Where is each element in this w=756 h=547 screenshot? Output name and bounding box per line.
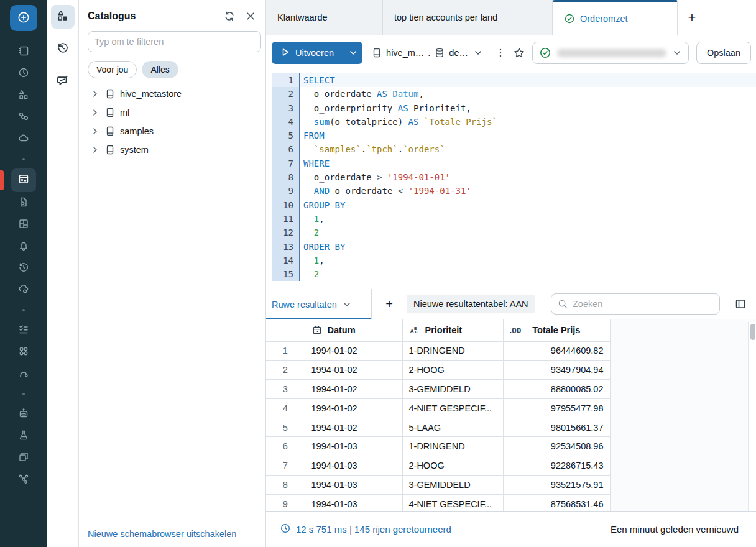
sidebar-item-workspace[interactable]: [11, 43, 36, 62]
table-cell-prio[interactable]: 4-NIET GESPECIF...: [402, 398, 503, 418]
column-header-datum[interactable]: Datum: [305, 319, 402, 341]
chevron-right-icon[interactable]: [90, 89, 100, 99]
table-cell-idx[interactable]: 4: [266, 398, 305, 418]
filter-chip-alles[interactable]: Alles: [142, 61, 178, 78]
editor-line[interactable]: 6 `samples`.`tpch`.`orders`: [272, 142, 756, 156]
sidebar-item-recents[interactable]: [11, 65, 36, 83]
sidebar-item-compute[interactable]: [11, 130, 36, 149]
editor-line[interactable]: 2 o_orderdate AS Datum,: [272, 87, 756, 101]
table-cell-idx[interactable]: 7: [266, 456, 305, 476]
table-cell-price[interactable]: 93521575.91: [503, 476, 610, 495]
table-cell-prio[interactable]: 3-GEMIDDELD: [402, 476, 503, 495]
table-cell-price[interactable]: 87568531.46: [503, 494, 610, 511]
table-cell-price[interactable]: 88800085.02: [503, 380, 610, 399]
sql-editor[interactable]: 1SELECT2 o_orderdate AS Datum,3 o_orderp…: [266, 70, 756, 289]
toggle-side-panel-button[interactable]: [731, 295, 750, 313]
editor-line[interactable]: 5FROM: [272, 129, 756, 142]
add-visualization-button[interactable]: +: [380, 295, 398, 313]
table-cell-idx[interactable]: 1: [266, 341, 305, 361]
table-cell-idx[interactable]: 6: [266, 437, 305, 456]
favorite-button[interactable]: [510, 44, 528, 62]
sidebar-item-pipelines[interactable]: [11, 365, 36, 384]
tab-top-tien-accounts[interactable]: top tien accounts per land: [383, 0, 553, 35]
table-cell-prio[interactable]: 2-HOOG: [402, 456, 503, 476]
table-row[interactable]: 71994-01-032-HOOG92286715.43: [266, 456, 610, 476]
chevron-right-icon[interactable]: [90, 145, 100, 155]
tab-klantwaarde[interactable]: Klantwaarde: [266, 0, 383, 35]
table-cell-date[interactable]: 1994-01-03: [305, 476, 402, 495]
sidebar-item-experiments[interactable]: [11, 427, 36, 446]
table-row[interactable]: 41994-01-024-NIET GESPECIF...97955477.98: [266, 398, 610, 418]
table-row[interactable]: 51994-01-025-LAAG98015661.37: [266, 418, 610, 437]
vertical-scrollbar[interactable]: [748, 322, 756, 511]
more-options-button[interactable]: [492, 44, 509, 62]
table-cell-idx[interactable]: 2: [266, 361, 305, 380]
sidebar-item-data-ingestion[interactable]: [11, 281, 36, 300]
sidebar-item-queries[interactable]: [11, 194, 36, 213]
sidebar-item-job-runs[interactable]: [11, 321, 36, 340]
table-cell-prio[interactable]: 1-DRINGEND: [402, 341, 503, 361]
table-cell-date[interactable]: 1994-01-03: [305, 494, 402, 511]
editor-line[interactable]: 13ORDER BY: [272, 240, 756, 254]
editor-line[interactable]: 4 sum(o_totalprice) AS `Totale Prijs`: [272, 115, 756, 129]
sidebar-item-marketplace[interactable]: [11, 471, 36, 489]
sidebar-item-models[interactable]: [11, 343, 36, 362]
table-cell-date[interactable]: 1994-01-02: [305, 341, 402, 361]
editor-line[interactable]: 1SELECT: [272, 73, 756, 87]
sidebar-item-apps[interactable]: [11, 449, 36, 467]
column-header-prioriteit[interactable]: ABc Prioriteit: [402, 319, 503, 341]
sidebar-item-workflows[interactable]: [11, 108, 36, 127]
table-cell-date[interactable]: 1994-01-03: [305, 456, 402, 476]
editor-line[interactable]: 7WHERE: [272, 157, 756, 170]
table-row[interactable]: 81994-01-033-GEMIDDELD93521575.91: [266, 476, 610, 495]
table-cell-date[interactable]: 1994-01-02: [305, 418, 402, 437]
editor-line[interactable]: 9 AND o_orderdate < '1994-01-31': [272, 184, 756, 198]
warehouse-selector[interactable]: [532, 42, 689, 64]
editor-line[interactable]: 3 o_orderpriority AS Prioriteit,: [272, 101, 756, 115]
table-cell-date[interactable]: 1994-01-02: [305, 361, 402, 380]
save-button[interactable]: Opslaan: [696, 42, 751, 64]
editor-line[interactable]: 14 1,: [272, 254, 756, 267]
table-row[interactable]: 31994-01-023-GEMIDDELD88800085.02: [266, 380, 610, 399]
table-cell-prio[interactable]: 1-DRINGEND: [402, 437, 503, 456]
column-header-totale-prijs[interactable]: .00 Totale Prijs: [503, 319, 610, 341]
results-search-input[interactable]: [573, 299, 714, 309]
table-cell-date[interactable]: 1994-01-03: [305, 437, 402, 456]
table-cell-price[interactable]: 92286715.43: [503, 456, 610, 476]
execution-stats[interactable]: 12 s 751 ms | 145 rijen geretourneerd: [280, 523, 451, 536]
table-cell-idx[interactable]: 9: [266, 494, 305, 511]
run-button[interactable]: Uitvoeren: [272, 42, 343, 64]
sidebar-item-alerts[interactable]: [11, 237, 36, 256]
close-panel-button[interactable]: [243, 9, 258, 24]
catalog-tree-item[interactable]: hive_metastore: [88, 85, 258, 103]
editor-line[interactable]: 10GROUP BY: [272, 198, 756, 212]
table-row[interactable]: 91994-01-034-NIET GESPECIF...87568531.46: [266, 494, 610, 511]
catalog-filter-input[interactable]: [88, 31, 261, 52]
editor-line[interactable]: 15 2: [272, 267, 756, 281]
rail2-assistant-feedback[interactable]: [51, 70, 75, 93]
sidebar-item-playground[interactable]: [11, 405, 36, 424]
refresh-button[interactable]: [222, 9, 237, 24]
table-cell-date[interactable]: 1994-01-02: [305, 380, 402, 399]
catalog-schema-selector[interactable]: hive_m… . de…: [371, 47, 483, 58]
results-tab-raw[interactable]: Ruwe resultaten: [266, 289, 372, 319]
table-cell-price[interactable]: 98015661.37: [503, 418, 610, 437]
sidebar-item-sql-editor[interactable]: [11, 168, 36, 192]
new-results-table-toggle[interactable]: Nieuwe resultatentabel: AAN: [407, 295, 535, 313]
catalog-tree-item[interactable]: system: [88, 140, 258, 159]
table-cell-prio[interactable]: 3-GEMIDDELD: [402, 380, 503, 399]
rail2-history[interactable]: [51, 37, 75, 61]
table-cell-prio[interactable]: 5-LAAG: [402, 418, 503, 437]
filter-chip-voor-jou[interactable]: Voor jou: [88, 61, 137, 78]
disable-schema-browser-link[interactable]: Nieuwe schemabrowser uitschakelen: [88, 529, 236, 539]
table-cell-date[interactable]: 1994-01-02: [305, 398, 402, 418]
chevron-right-icon[interactable]: [90, 108, 100, 117]
table-cell-price[interactable]: 97955477.98: [503, 398, 610, 418]
table-row[interactable]: 11994-01-021-DRINGEND96444609.82: [266, 341, 610, 361]
scrollbar-thumb[interactable]: [750, 324, 755, 340]
catalog-tree-item[interactable]: samples: [88, 122, 258, 140]
table-cell-prio[interactable]: 4-NIET GESPECIF...: [402, 494, 503, 511]
chevron-right-icon[interactable]: [90, 126, 100, 136]
table-row[interactable]: 21994-01-022-HOOG93497904.94: [266, 361, 610, 380]
sidebar-item-dashboards[interactable]: [11, 216, 36, 234]
